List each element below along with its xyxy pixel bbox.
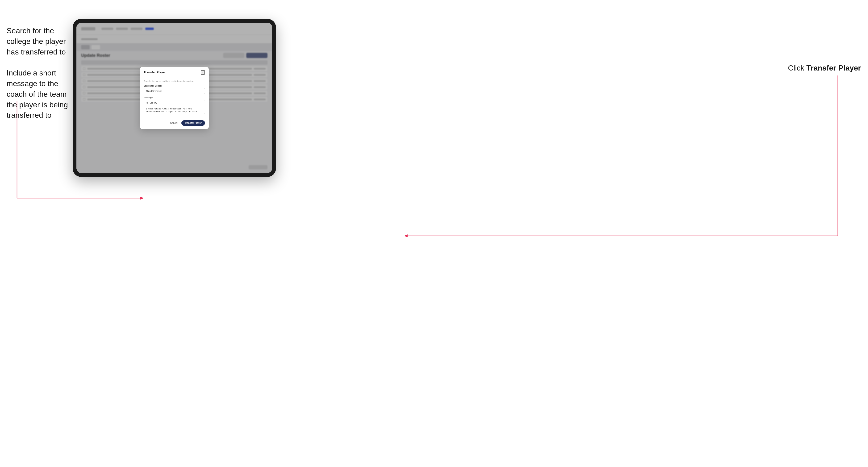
message-textarea[interactable]: Hi Coach, I understand Chris Robertson h… [144, 100, 205, 114]
modal-subtitle: Transfer the player and their profile to… [144, 80, 205, 82]
cancel-button[interactable]: Cancel [168, 121, 180, 125]
modal-header: Transfer Player × [140, 67, 209, 77]
modal-close-button[interactable]: × [201, 70, 205, 74]
search-college-label: Search for College [144, 85, 205, 87]
tablet-screen: Update Roster [76, 23, 272, 173]
modal-title: Transfer Player [144, 70, 166, 74]
tablet-frame: Update Roster [73, 19, 276, 177]
transfer-player-modal: Transfer Player × Transfer the player an… [140, 67, 209, 129]
svg-marker-5 [404, 235, 408, 237]
svg-marker-2 [140, 197, 144, 199]
modal-overlay: Transfer Player × Transfer the player an… [76, 23, 272, 173]
search-college-input[interactable] [144, 88, 205, 94]
modal-footer: Cancel Transfer Player [140, 118, 209, 129]
annotation-search-text: Search for the college the player has tr… [7, 26, 68, 121]
message-label: Message [144, 96, 205, 99]
transfer-player-button[interactable]: Transfer Player [181, 120, 205, 126]
modal-body: Transfer the player and their profile to… [140, 77, 209, 118]
annotation-click-text: Click Transfer Player [788, 64, 861, 72]
